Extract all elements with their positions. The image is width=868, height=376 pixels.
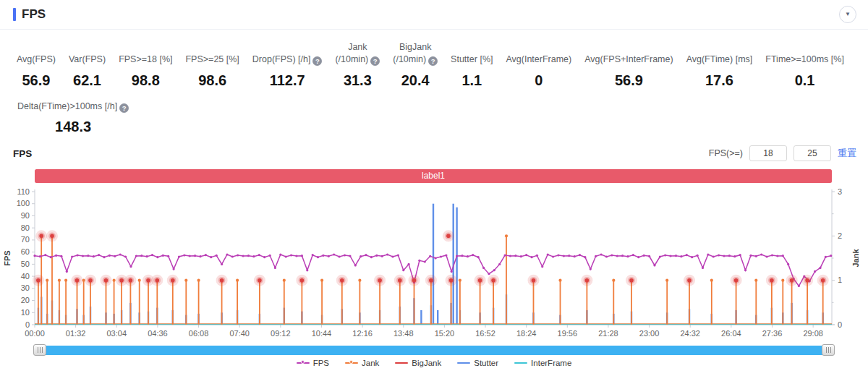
chart-section-title: FPS [13,148,32,159]
svg-text:00:00: 00:00 [25,329,45,338]
metric-label: Jank (/10min)? [335,41,380,66]
metric-value: 112.7 [252,72,323,89]
svg-text:26:04: 26:04 [721,329,741,338]
metric-value: 31.3 [335,72,380,89]
fps-threshold-input-2[interactable] [793,145,831,161]
svg-text:3: 3 [838,187,842,195]
metric-value: 56.9 [584,72,673,89]
metric: BigJank (/10min)?20.4 [386,41,444,89]
svg-text:100: 100 [17,199,30,208]
legend-item-interframe[interactable]: InterFrame [514,359,571,367]
metric: Avg(FTime) [ms]17.6 [680,54,760,89]
legend-item-stutter[interactable]: Stutter [457,359,498,367]
scrollbar-track[interactable] [35,346,833,355]
svg-text:20: 20 [21,296,30,304]
svg-text:110: 110 [17,187,30,195]
metric-value: 20.4 [393,72,438,89]
metric-label: BigJank (/10min)? [393,41,438,66]
metric-label: FPS>=25 [%] [185,54,239,66]
scrollbar-left-handle[interactable] [33,344,46,356]
bigjank-series [33,230,829,286]
svg-text:19:56: 19:56 [558,329,578,338]
svg-text:50: 50 [21,260,30,268]
page-title: FPS [22,7,46,22]
metric-label: FPS>=18 [%] [119,54,172,66]
legend-label: Jank [362,359,379,367]
legend-item-bigjank[interactable]: BigJank [395,359,441,367]
metric-value: 1.1 [451,72,493,89]
legend-dot-icon [349,360,353,364]
help-icon[interactable]: ? [312,56,322,66]
grip-icon [38,347,43,353]
metric-label: Stutter [%] [451,54,493,66]
legend-label: BigJank [412,359,441,367]
metric: Drop(FPS) [/h]?112.7 [246,54,329,89]
y-right-axis-title: Jank [851,248,860,267]
metric: Avg(InterFrame)0 [499,54,578,89]
metric-label: Delta(FTime)>100ms [/h]? [17,101,129,113]
legend-marker-icon [457,362,470,364]
metric-label: FTime>=100ms [%] [765,54,844,66]
metric-label: Avg(InterFrame) [506,54,571,66]
scrollbar-right-handle[interactable] [822,344,835,356]
chart-legend: FPSJankBigJankStutterInterFrame [0,359,868,367]
fps-chart-container: 0102030405060708090100110012300:0001:320… [0,184,868,343]
metric: FTime>=100ms [%]0.1 [759,54,851,89]
metric: FPS>=25 [%]98.6 [179,54,245,89]
svg-text:60: 60 [21,247,30,256]
svg-text:16:52: 16:52 [475,329,495,338]
svg-text:2: 2 [838,231,842,240]
svg-text:03:04: 03:04 [107,329,127,338]
metric: Var(FPS)62.1 [62,54,112,89]
legend-dot-icon [301,360,305,364]
help-icon[interactable]: ? [428,56,438,66]
metric-value: 98.6 [185,72,239,89]
metric-value: 62.1 [69,72,106,89]
svg-text:0: 0 [25,320,30,328]
svg-text:40: 40 [21,271,30,280]
svg-text:06:08: 06:08 [189,329,209,338]
metric: Jank (/10min)?31.3 [328,41,386,89]
legend-marker-icon [345,362,358,364]
help-icon[interactable]: ? [119,103,129,113]
metric: Stutter [%]1.1 [444,54,499,89]
title-accent-bar [13,8,16,21]
y-left-axis-title: FPS [3,250,12,265]
metrics-row2: Delta(FTime)>100ms [/h]? 148.3 [0,89,868,135]
legend-item-jank[interactable]: Jank [345,359,379,367]
svg-text:12:16: 12:16 [352,329,373,338]
svg-text:01:32: 01:32 [66,329,86,338]
legend-marker-icon [514,362,527,364]
svg-text:80: 80 [21,223,30,232]
help-icon[interactable]: ? [370,56,380,66]
panel-header: FPS ▼ [0,0,868,30]
metric-value: 0 [506,72,571,89]
metric-label: Drop(FPS) [/h]? [252,54,323,66]
svg-text:70: 70 [21,235,30,244]
chevron-down-icon: ▼ [845,12,851,17]
svg-text:09:12: 09:12 [271,329,291,338]
collapse-button[interactable]: ▼ [839,6,856,23]
metric-value: 98.8 [119,72,172,89]
fps-threshold-input-1[interactable] [749,145,787,161]
svg-text:30: 30 [21,283,30,292]
svg-text:1: 1 [838,275,842,284]
metric: Avg(FPS)56.9 [10,54,62,89]
svg-text:27:36: 27:36 [762,329,783,338]
fps-chart[interactable]: 0102030405060708090100110012300:0001:320… [0,184,868,343]
reset-link[interactable]: 重置 [838,147,856,160]
region-label-bar[interactable]: label1 [35,169,832,183]
metric-label: Avg(FPS+InterFrame) [584,54,673,66]
chart-section-header: FPS FPS(>=) 重置 [0,145,868,164]
fps-threshold-label: FPS(>=) [709,148,743,158]
metric-label: Var(FPS) [69,54,106,66]
metric: FPS>=18 [%]98.8 [112,54,179,89]
grip-icon [826,347,831,353]
legend-label: Stutter [474,359,498,367]
metric-label: Avg(FPS) [17,54,56,66]
legend-marker-icon [395,362,408,364]
legend-item-fps[interactable]: FPS [297,359,329,367]
legend-label: FPS [313,359,329,367]
metric-value: 56.9 [17,72,56,89]
metric: Avg(FPS+InterFrame)56.9 [578,54,679,89]
